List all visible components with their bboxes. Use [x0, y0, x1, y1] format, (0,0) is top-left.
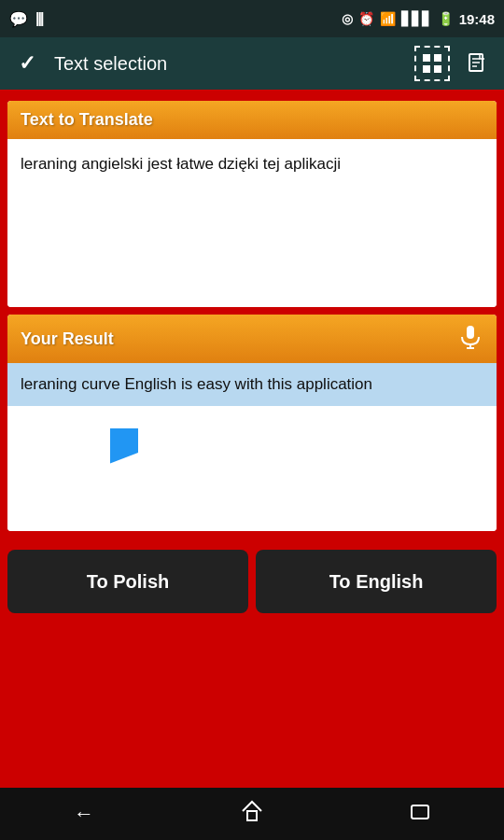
to-english-button[interactable]: To English [256, 550, 497, 613]
check-icon: ✓ [19, 51, 35, 76]
svg-rect-8 [467, 326, 474, 339]
input-text: leraning angielski jest łatwe dzięki tej… [21, 155, 341, 173]
app-bar: ✓ Text selection [0, 37, 504, 90]
buttons-row: To Polish To English [0, 542, 504, 621]
result-card: Your Result leraning curve English is ea… [7, 315, 497, 531]
result-card-body[interactable]: leraning curve English is easy with this… [7, 363, 497, 531]
status-time: 19:48 [459, 11, 495, 27]
input-card: Text to Translate leraning angielski jes… [7, 101, 497, 307]
text-cursor [110, 428, 138, 464]
grid-view-button[interactable] [414, 46, 450, 81]
microphone-button[interactable] [457, 324, 483, 354]
recents-button[interactable] [392, 795, 448, 833]
svg-rect-11 [247, 811, 257, 820]
whatsapp-icon: 💬 [9, 10, 28, 28]
svg-rect-1 [434, 54, 441, 62]
alarm-icon: ⏰ [358, 11, 374, 26]
result-card-header: Your Result [7, 315, 497, 363]
result-header-title: Your Result [21, 329, 114, 349]
input-header-title: Text to Translate [21, 110, 153, 130]
home-button[interactable] [224, 795, 280, 833]
home-icon [240, 799, 264, 829]
svg-rect-3 [434, 65, 441, 73]
document-icon [466, 52, 488, 75]
microphone-icon [457, 324, 483, 350]
to-polish-button[interactable]: To Polish [7, 550, 248, 613]
document-view-button[interactable] [459, 46, 495, 81]
main-content: Text to Translate leraning angielski jes… [0, 90, 504, 542]
signal-icon: ▋▋▋ [401, 11, 432, 26]
grid-icon [422, 53, 442, 74]
barcode-icon: ||| [35, 10, 42, 27]
nav-bar: ← [0, 788, 504, 840]
target-icon: ◎ [342, 11, 353, 26]
recents-icon [409, 800, 431, 828]
wifi-icon: 📶 [380, 11, 396, 26]
svg-rect-0 [423, 54, 430, 62]
input-card-body[interactable]: leraning angielski jest łatwe dzięki tej… [7, 139, 497, 307]
cursor-area [7, 406, 497, 471]
back-icon: ← [74, 802, 94, 826]
svg-rect-2 [423, 65, 430, 73]
status-left-icons: 💬 ||| [9, 10, 42, 28]
status-bar: 💬 ||| ◎ ⏰ 📶 ▋▋▋ 🔋 19:48 [0, 0, 504, 37]
app-bar-icons [414, 46, 495, 81]
svg-rect-12 [412, 805, 428, 819]
result-text: leraning curve English is easy with this… [21, 375, 372, 393]
app-title: Text selection [54, 53, 405, 75]
back-button[interactable]: ← [56, 795, 112, 833]
input-card-header: Text to Translate [7, 101, 497, 139]
status-right-icons: ◎ ⏰ 📶 ▋▋▋ 🔋 19:48 [342, 11, 495, 27]
check-button[interactable]: ✓ [9, 46, 45, 81]
battery-icon: 🔋 [438, 11, 454, 26]
result-highlighted-text: leraning curve English is easy with this… [7, 363, 497, 406]
